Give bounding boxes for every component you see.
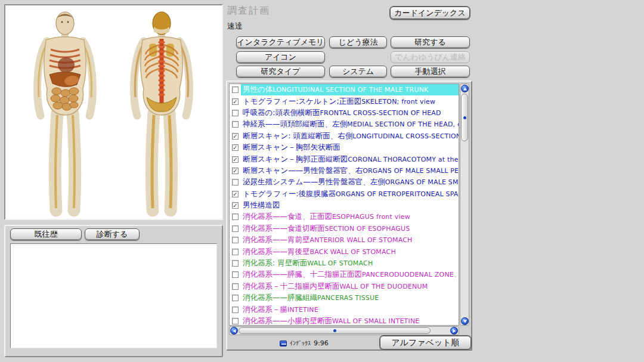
list-item[interactable]: 消化器系－十二指腸内壁断面WALL OF THE DUODENUM	[230, 281, 459, 292]
list-item[interactable]: ✓ 断層スキャン－胸郭正面縦断図CORONAL THORACOTOMY at t…	[230, 153, 459, 165]
list-item[interactable]: 消化器系——胃前壁ANTERIOR WALL OF STOMACH	[230, 234, 459, 246]
counter-value: 9:96	[314, 339, 329, 347]
list-item[interactable]: ✓ トモグラフィー:スケルトン;正面図 SKELETON; front view	[230, 95, 459, 107]
study-list-panel: 男性の体LONGITUDINAL SECTION OF THE MALE TRU…	[226, 81, 472, 351]
item-label-en: SKELETON; front view	[361, 98, 435, 106]
item-checkbox[interactable]	[232, 307, 239, 313]
item-checkbox[interactable]	[232, 283, 239, 290]
item-label-jp: トモグラフィー:後腹膜臓器	[243, 189, 336, 199]
item-checkbox[interactable]	[232, 214, 239, 220]
list-item[interactable]: 消化器系——膵臓組織PANCERAS TISSUE	[230, 292, 459, 304]
item-checkbox[interactable]	[232, 318, 239, 324]
item-checkbox[interactable]	[232, 249, 239, 255]
item-checkbox[interactable]	[232, 271, 239, 278]
item-checkbox[interactable]: ✓	[232, 133, 239, 140]
card-index-button[interactable]: カードインデックス	[390, 7, 470, 19]
vertical-scrollbar[interactable]	[460, 83, 469, 326]
interactive-memory-button[interactable]: インタラクティブメモリ	[236, 36, 325, 48]
scroll-down-button[interactable]	[461, 317, 469, 325]
item-checkbox[interactable]	[232, 121, 239, 128]
item-label-en: WALL OF SMALL INTETINE	[332, 317, 419, 325]
item-label-en: ESOPHAGUS front view	[332, 213, 410, 221]
horizontal-scroll-thumb[interactable]	[239, 327, 431, 334]
item-checkbox[interactable]: ✓	[232, 144, 239, 151]
item-text: 断層スキャン——男性骨盤器官、右ORGANS OF MALE SMALL PEL…	[241, 165, 459, 177]
list-item[interactable]: 消化器系——小腸内壁断面WALL OF SMALL INTETINE	[230, 315, 459, 326]
horizontal-scrollbar[interactable]	[229, 326, 459, 335]
icon-button[interactable]: アイコン	[236, 51, 325, 63]
item-text: 消化器系——膵臓、十二指腸正面図PANCERODUODENAL ZONE、fro…	[241, 269, 459, 280]
item-checkbox[interactable]	[232, 237, 239, 243]
item-checkbox[interactable]: ✓	[232, 202, 239, 209]
history-button[interactable]: 既往歴	[10, 228, 82, 240]
arrow-left-icon	[233, 329, 236, 333]
application-window: 既往歴 診断する 調査計画 速達 カードインデックス インタラクティブメモリ じ…	[0, 0, 644, 362]
study-list: 男性の体LONGITUDINAL SECTION OF THE MALE TRU…	[229, 83, 459, 326]
item-checkbox[interactable]	[232, 110, 239, 116]
item-text: トモグラフィー:後腹膜臓器 ORGANS OF RETROPERITONEAL …	[241, 188, 459, 200]
item-text: 断層スキャン: 頭蓋縦断面、右側LONGITUDINAL CROSS-SECTI…	[241, 131, 459, 142]
list-item[interactable]: ✓ 断層スキャン－胸部矢状断面	[230, 142, 459, 153]
anatomy-front-figure	[38, 12, 93, 211]
notes-textarea[interactable]	[10, 243, 217, 348]
list-item[interactable]: 消化器系－腸INTETINE	[230, 304, 459, 315]
research-button[interactable]: 研究する	[391, 36, 470, 48]
item-checkbox[interactable]: ✓	[232, 98, 239, 105]
status-group: ｲﾝﾃﾞｯｸｽ 9:96	[280, 339, 329, 347]
item-label-en: LONGITUDINAL SECTION OF THE MALE TRUNK	[273, 86, 428, 94]
list-item[interactable]: ✓ 断層スキャン: 頭蓋縦断面、右側LONGITUDINAL CROSS-SEC…	[230, 131, 459, 142]
anatomy-illustration	[5, 5, 222, 219]
alphabet-order-button[interactable]: アルファベット順	[380, 336, 471, 349]
item-checkbox[interactable]	[232, 86, 239, 93]
list-item[interactable]: 消化器系——食道切断面SECTION OF ESOPHAGUS	[230, 223, 459, 234]
item-text: トモグラフィー:スケルトン;正面図 SKELETON; front view	[241, 95, 459, 107]
item-label-jp: 断層スキャン－胸部矢状断面	[243, 143, 340, 153]
list-item[interactable]: 消化器系: 胃壁断面WALL OF STOMACH	[230, 258, 459, 269]
item-label-jp: 男性構造図	[243, 200, 280, 211]
item-label-jp: 泌尿生殖システム——男性骨盤器官、左側	[243, 177, 385, 187]
item-text: 消化器系－腸INTETINE	[241, 304, 459, 315]
list-item[interactable]: 男性の体LONGITUDINAL SECTION OF THE MALE TRU…	[230, 84, 459, 95]
phone-mail-button-disabled: でんわゆうびん連絡	[391, 51, 470, 63]
scroll-up-button[interactable]	[461, 85, 469, 92]
item-checkbox[interactable]: ✓	[232, 156, 239, 163]
list-item[interactable]: ✓ 断層スキャン——男性骨盤器官、右ORGANS OF MALE SMALL P…	[230, 165, 459, 177]
list-item[interactable]: ✓ 男性構造図	[230, 200, 459, 211]
vertical-scroll-thumb[interactable]	[461, 94, 468, 141]
item-text: 消化器系－十二指腸内壁断面WALL OF THE DUODENUM	[241, 281, 459, 292]
research-type-button[interactable]: 研究タイプ	[236, 66, 325, 78]
list-item[interactable]: ✓ トモグラフィー:後腹膜臓器 ORGANS OF RETROPERITONEA…	[230, 188, 459, 200]
list-item[interactable]: 消化器系——膵臓、十二指腸正面図PANCERODUODENAL ZONE、fro…	[230, 269, 459, 280]
item-label-en: ORGANS OF MALE SMALL P	[385, 178, 459, 186]
anatomy-image-panel[interactable]	[4, 4, 223, 220]
item-label-jp: 消化器系－腸	[243, 305, 287, 315]
item-checkbox[interactable]	[232, 260, 239, 267]
auto-therapy-button[interactable]: じどう療法	[329, 36, 387, 48]
list-item[interactable]: 消化器系——食道、正面図ESOPHAGUS front view	[230, 211, 459, 222]
item-text: 消化器系——食道切断面SECTION OF ESOPHAGUS	[241, 223, 459, 234]
item-checkbox[interactable]	[232, 225, 239, 232]
list-item[interactable]: 神経系——頭頚部縦断面、左側 MEDIAL SECTION OF THE HEA…	[230, 119, 459, 130]
manual-select-button[interactable]: 手動選択	[391, 66, 470, 78]
arrow-down-icon	[463, 320, 467, 323]
item-checkbox[interactable]: ✓	[232, 168, 239, 174]
item-checkbox[interactable]: ✓	[232, 191, 239, 197]
item-text: 消化器系——胃前壁ANTERIOR WALL OF STOMACH	[241, 234, 459, 246]
item-label-jp: 消化器系——胃後壁	[243, 247, 310, 257]
item-label-jp: 断層スキャン——男性骨盤器官、右	[243, 166, 363, 176]
scroll-left-button[interactable]	[230, 327, 238, 335]
list-item[interactable]: 消化器系——胃後壁BACK WALL OF STOMACH	[230, 246, 459, 257]
item-text: 男性構造図	[241, 200, 459, 211]
list-item[interactable]: 呼吸器の:頭表側横断面 FRONTAL CROSS-SECTION OF HEA…	[230, 107, 459, 119]
item-label-jp: 消化器系——小腸内壁断面	[243, 316, 332, 326]
list-item[interactable]: 泌尿生殖システム——男性骨盤器官、左側 ORGANS OF MALE SMALL…	[230, 177, 459, 188]
status-disk-icon	[280, 341, 287, 346]
item-label-en: WALL OF THE DUODENUM	[340, 283, 428, 290]
diagnose-button[interactable]: 診断する	[85, 228, 140, 240]
page-title: 調査計画	[227, 5, 270, 17]
item-text: 泌尿生殖システム——男性骨盤器官、左側 ORGANS OF MALE SMALL…	[241, 177, 459, 188]
system-button[interactable]: システム	[329, 66, 387, 78]
scroll-right-button[interactable]	[450, 327, 458, 335]
item-checkbox[interactable]	[232, 179, 239, 185]
item-checkbox[interactable]	[232, 295, 239, 301]
